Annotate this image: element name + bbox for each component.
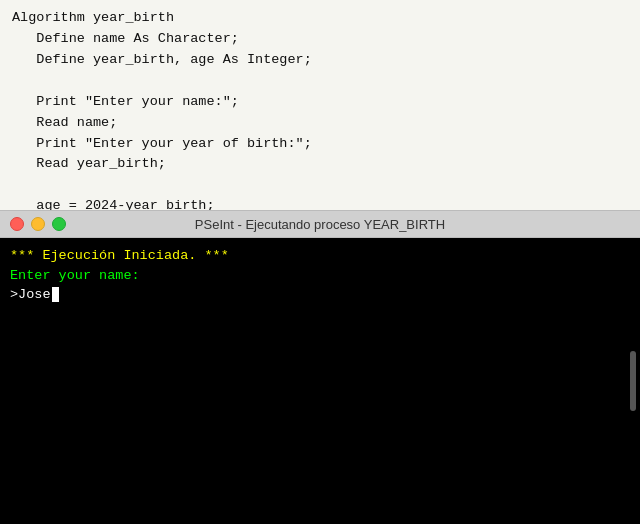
terminal-input-line: > Jose — [10, 287, 630, 302]
window-title: PSeInt - Ejecutando proceso YEAR_BIRTH — [195, 217, 445, 232]
close-button[interactable] — [10, 217, 24, 231]
terminal-execution-start: *** Ejecución Iniciada. *** — [10, 246, 630, 266]
terminal[interactable]: *** Ejecución Iniciada. *** Enter your n… — [0, 238, 640, 524]
maximize-button[interactable] — [52, 217, 66, 231]
code-editor: Algorithm year_birth Define name As Char… — [0, 0, 640, 210]
minimize-button[interactable] — [31, 217, 45, 231]
terminal-prompt-symbol: > — [10, 287, 18, 302]
terminal-prompt-name: Enter your name: — [10, 266, 630, 286]
code-content: Algorithm year_birth Define name As Char… — [12, 8, 628, 210]
title-bar: PSeInt - Ejecutando proceso YEAR_BIRTH — [0, 210, 640, 238]
terminal-cursor — [52, 287, 59, 302]
terminal-typed-input: Jose — [18, 287, 50, 302]
window-controls — [10, 217, 66, 231]
terminal-scrollbar[interactable] — [630, 351, 636, 411]
